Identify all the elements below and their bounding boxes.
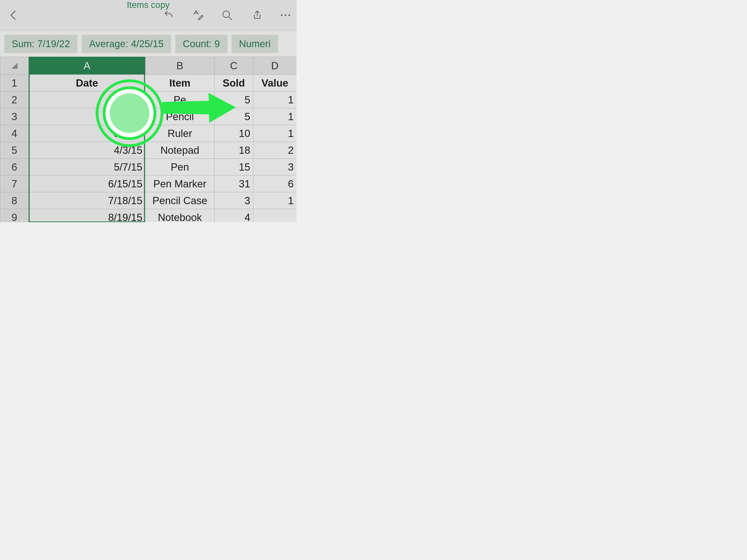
undo-button[interactable]	[161, 7, 177, 23]
status-numerical[interactable]: Numeri	[232, 35, 278, 53]
svg-line-1	[229, 17, 232, 20]
cell[interactable]: 1	[253, 192, 297, 209]
cell[interactable]: Ruler	[146, 125, 214, 142]
column-header-C[interactable]: C	[214, 57, 253, 75]
svg-point-3	[285, 15, 286, 16]
cell[interactable]: 3	[214, 192, 253, 209]
row-header[interactable]: 1	[0, 75, 29, 91]
cell[interactable]: Pen	[146, 159, 214, 176]
undo-icon	[163, 9, 175, 21]
row-header[interactable]: 9	[0, 209, 29, 222]
share-icon	[250, 9, 262, 21]
cell[interactable]: 2/6/15	[29, 108, 146, 125]
toolbar-actions	[161, 5, 294, 26]
cell[interactable]: 2	[253, 142, 297, 159]
cell[interactable]: 31	[214, 176, 253, 192]
svg-point-0	[223, 11, 229, 18]
row-header[interactable]: 5	[0, 142, 29, 159]
cell[interactable]: 6/15/15	[29, 176, 146, 192]
cell[interactable]: 18	[214, 142, 253, 159]
cell[interactable]: 3/8/15	[29, 125, 146, 142]
svg-point-2	[281, 15, 283, 16]
cell[interactable]: Notebook	[146, 209, 214, 222]
more-button[interactable]	[277, 7, 294, 23]
cell[interactable]	[253, 209, 297, 222]
cell[interactable]: 3	[253, 159, 297, 176]
column-header-D[interactable]: D	[253, 57, 297, 75]
column-header-A[interactable]: A	[29, 57, 146, 75]
row-header[interactable]: 4	[0, 125, 29, 142]
top-toolbar: Items copy	[0, 0, 297, 31]
status-count[interactable]: Count: 9	[175, 35, 227, 53]
search-icon	[221, 9, 233, 21]
column-header-B[interactable]: B	[146, 57, 214, 75]
cell[interactable]: 5/7/15	[29, 159, 146, 176]
share-button[interactable]	[248, 7, 264, 23]
pencil-a-icon	[192, 9, 204, 21]
status-bar: Sum: 7/19/22 Average: 4/25/15 Count: 9 N…	[0, 31, 297, 57]
edit-button[interactable]	[190, 7, 206, 23]
cell[interactable]: Pencil Case	[146, 192, 214, 209]
cell[interactable]: 4/3/15	[29, 142, 146, 159]
cell[interactable]: Pencil	[146, 108, 214, 125]
cell[interactable]: 6	[253, 176, 297, 192]
cell[interactable]: 1	[253, 108, 297, 125]
status-sum[interactable]: Sum: 7/19/22	[4, 35, 77, 53]
row-header[interactable]: 6	[0, 159, 29, 176]
cell[interactable]: 5	[214, 108, 253, 125]
cell[interactable]: Sold	[214, 75, 253, 91]
cell[interactable]: Item	[146, 75, 214, 91]
select-all-triangle-icon	[11, 63, 18, 69]
cell[interactable]: 7/18/15	[29, 192, 146, 209]
spreadsheet-grid[interactable]: A B C D 1 Date Item Sold Value 2 1/3/15 …	[0, 57, 297, 222]
cell[interactable]: Value	[253, 75, 297, 91]
svg-marker-5	[11, 63, 18, 69]
chevron-left-icon	[8, 10, 19, 20]
row-header[interactable]: 3	[0, 108, 29, 125]
cell[interactable]: Pe	[146, 91, 214, 108]
cell[interactable]: 4	[214, 209, 253, 222]
cell[interactable]: Date	[29, 75, 146, 91]
select-all-corner[interactable]	[0, 57, 29, 75]
svg-point-4	[288, 15, 290, 16]
status-average[interactable]: Average: 4/25/15	[82, 35, 171, 53]
search-button[interactable]	[219, 7, 235, 23]
more-icon	[279, 9, 291, 21]
row-header[interactable]: 8	[0, 192, 29, 209]
row-header[interactable]: 2	[0, 91, 29, 108]
cell[interactable]: 1	[253, 125, 297, 142]
row-header[interactable]: 7	[0, 176, 29, 192]
cell[interactable]: 1	[253, 91, 297, 108]
cell[interactable]: 1/3/15	[29, 91, 146, 108]
cell[interactable]: 10	[214, 125, 253, 142]
cell[interactable]: 8/19/15	[29, 209, 146, 222]
cell[interactable]: Notepad	[146, 142, 214, 159]
cell[interactable]: Pen Marker	[146, 176, 214, 192]
cell[interactable]: 15	[214, 159, 253, 176]
cell[interactable]: 5	[214, 91, 253, 108]
